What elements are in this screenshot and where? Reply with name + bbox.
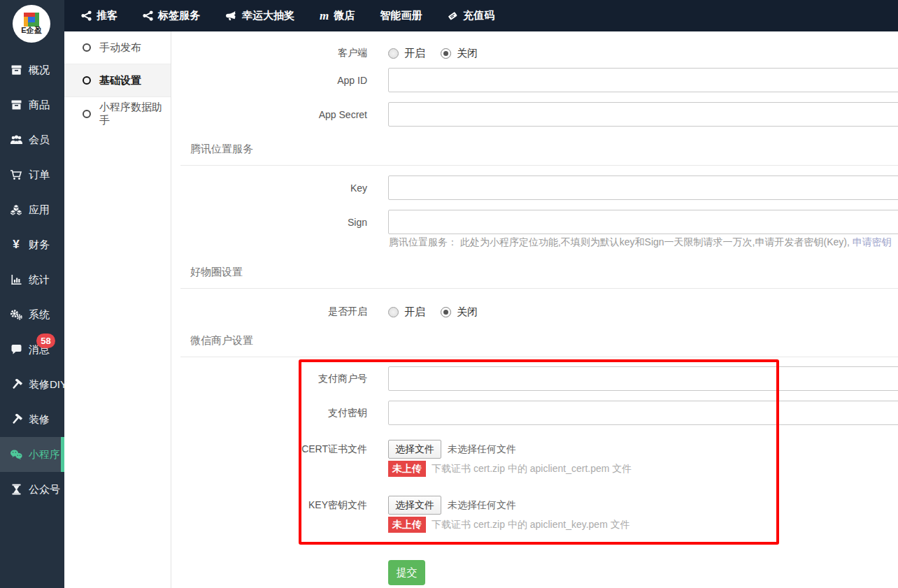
pay-merchant-label: 支付商户号 bbox=[172, 373, 367, 385]
sidebar-item-label: 概况 bbox=[29, 64, 50, 77]
apply-key-link[interactable]: 申请密钥 bbox=[853, 236, 892, 248]
client-radio-off[interactable]: 关闭 bbox=[441, 47, 478, 60]
cert-file-no-file-text: 未选择任何文件 bbox=[448, 443, 516, 456]
sidebar-item-stats[interactable]: 统计 bbox=[0, 262, 64, 297]
topbar-item-lucky-draw[interactable]: 幸运大抽奖 bbox=[225, 9, 294, 22]
sidebar-item-label: 装修 bbox=[29, 413, 50, 426]
submenu-item-label: 手动发布 bbox=[99, 41, 141, 55]
brand-name: E企盈 bbox=[21, 25, 41, 36]
bullhorn-icon bbox=[225, 10, 237, 21]
message-bubble-icon bbox=[10, 344, 22, 355]
sidebar-item-miniprogram[interactable]: 小程序 bbox=[0, 437, 64, 472]
haowu-switch-label: 是否开启 bbox=[172, 306, 367, 318]
radio-label: 开启 bbox=[404, 306, 425, 319]
section-tencent-location: 腾讯位置服务 bbox=[180, 143, 898, 166]
radio-checked-icon[interactable] bbox=[441, 48, 451, 59]
cert-not-uploaded-badge: 未上传 bbox=[388, 461, 426, 477]
radio-checked-icon[interactable] bbox=[441, 307, 451, 317]
submenu-item-label: 基础设置 bbox=[99, 74, 141, 87]
key-not-uploaded-badge: 未上传 bbox=[388, 517, 426, 533]
hammer-icon bbox=[10, 414, 22, 425]
app-id-label: App ID bbox=[172, 75, 367, 86]
sidebar-item-members[interactable]: 会员 bbox=[0, 122, 64, 157]
key-download-hint[interactable]: 下载证书 cert.zip 中的 apiclient_key.pem 文件 bbox=[432, 519, 630, 531]
topbar-item-label: 推客 bbox=[97, 9, 117, 22]
key-file-choose-button[interactable]: 选择文件 bbox=[388, 496, 441, 515]
app-id-input[interactable] bbox=[388, 68, 898, 92]
client-radio-on[interactable]: 开启 bbox=[388, 47, 425, 60]
cert-file-choose-button[interactable]: 选择文件 bbox=[388, 440, 441, 459]
key-file-label: KEY密钥文件 bbox=[172, 499, 367, 512]
letter-m-icon: m bbox=[320, 10, 329, 22]
messages-count-badge: 58 bbox=[36, 334, 55, 348]
app-secret-input[interactable] bbox=[388, 102, 898, 127]
overview-box-icon bbox=[10, 64, 22, 76]
topbar-item-tag-service[interactable]: 标签服务 bbox=[143, 9, 200, 22]
share-icon bbox=[143, 10, 153, 21]
radio-label: 关闭 bbox=[457, 306, 478, 319]
client-radio-group: 开启 关闭 bbox=[388, 47, 478, 60]
topbar: 推客 标签服务 幸运大抽奖 m 微店 智能画册 充值码 bbox=[64, 0, 898, 31]
key-file-no-file-text: 未选择任何文件 bbox=[448, 499, 516, 512]
haowu-radio-group: 开启 关闭 bbox=[388, 306, 478, 319]
location-hint: 腾讯位置服务： 此处为小程序定位功能,不填则为默认key和Sign一天限制请求一… bbox=[389, 236, 892, 249]
wechat-icon bbox=[10, 449, 23, 460]
share-icon bbox=[81, 10, 92, 21]
sign-input[interactable] bbox=[388, 210, 898, 234]
sidebar-item-messages[interactable]: 消息 58 bbox=[0, 332, 64, 367]
hourglass-icon bbox=[11, 484, 22, 495]
key-input[interactable] bbox=[388, 175, 898, 200]
members-icon bbox=[10, 134, 23, 145]
sidebar-item-label: 会员 bbox=[29, 134, 50, 147]
pay-secret-input[interactable] bbox=[388, 401, 898, 425]
sidebar-item-label: 应用 bbox=[29, 203, 50, 217]
pay-merchant-input[interactable] bbox=[388, 366, 898, 391]
sign-label: Sign bbox=[172, 217, 367, 228]
topbar-item-weidian[interactable]: m 微店 bbox=[320, 9, 355, 22]
topbar-item-smart-album[interactable]: 智能画册 bbox=[380, 9, 422, 22]
haowu-radio-off[interactable]: 关闭 bbox=[441, 306, 478, 319]
cert-download-hint[interactable]: 下载证书 cert.zip 中的 apiclient_cert.pem 文件 bbox=[432, 463, 632, 475]
goods-box-icon bbox=[10, 99, 22, 110]
sidebar-item-apps[interactable]: 应用 bbox=[0, 192, 64, 227]
topbar-item-recharge-code[interactable]: 充值码 bbox=[447, 9, 494, 22]
circle-icon bbox=[83, 43, 91, 52]
haowu-radio-on[interactable]: 开启 bbox=[388, 306, 425, 319]
sidebar-item-goods[interactable]: 商品 bbox=[0, 87, 64, 122]
brand-logo-mark-icon bbox=[24, 13, 39, 27]
sidebar-item-official-account[interactable]: 公众号 bbox=[0, 472, 64, 507]
sidebar-item-label: 财务 bbox=[29, 238, 50, 252]
sidebar-item-overview[interactable]: 概况 bbox=[0, 52, 64, 87]
client-label: 客户端 bbox=[172, 47, 367, 59]
submenu-item-label: 小程序数据助手 bbox=[99, 101, 171, 127]
topbar-item-tuike[interactable]: 推客 bbox=[81, 9, 117, 22]
radio-label: 开启 bbox=[404, 47, 425, 60]
topbar-item-label: 幸运大抽奖 bbox=[242, 9, 294, 22]
sidebar-item-decorate-diy[interactable]: 装修DIY bbox=[0, 367, 64, 402]
sidebar-item-label: 商品 bbox=[29, 99, 50, 112]
sidebar-item-orders[interactable]: 订单 bbox=[0, 157, 64, 192]
sidebar-item-decorate[interactable]: 装修 bbox=[0, 402, 64, 437]
submit-button[interactable]: 提交 bbox=[388, 560, 425, 585]
submenu-item-manual-publish[interactable]: 手动发布 bbox=[64, 31, 171, 64]
system-gears-icon bbox=[10, 309, 23, 320]
submenu-item-basic-settings[interactable]: 基础设置 bbox=[64, 64, 171, 97]
submenu: 手动发布 基础设置 小程序数据助手 bbox=[64, 31, 171, 588]
radio-label: 关闭 bbox=[457, 47, 478, 60]
main-content: 客户端 开启 关闭 App ID App Secret 腾讯位置服务 Key S… bbox=[172, 31, 898, 588]
sidebar-item-label: 统计 bbox=[29, 273, 50, 287]
stats-chart-icon bbox=[10, 274, 22, 285]
topbar-item-label: 微店 bbox=[334, 9, 355, 22]
sidebar-item-system[interactable]: 系统 bbox=[0, 297, 64, 332]
circle-icon bbox=[83, 76, 91, 85]
brand-logo[interactable]: E企盈 bbox=[13, 5, 50, 43]
key-label: Key bbox=[172, 182, 367, 194]
cert-file-label: CERT证书文件 bbox=[172, 443, 367, 456]
radio-unchecked-icon[interactable] bbox=[388, 48, 399, 59]
sidebar-item-label: 订单 bbox=[29, 168, 50, 182]
radio-unchecked-icon[interactable] bbox=[388, 307, 399, 317]
app-window: 推客 标签服务 幸运大抽奖 m 微店 智能画册 充值码 bbox=[0, 0, 898, 588]
sidebar-item-finance[interactable]: ¥ 财务 bbox=[0, 227, 64, 262]
submenu-item-data-assistant[interactable]: 小程序数据助手 bbox=[64, 97, 171, 130]
app-secret-label: App Secret bbox=[172, 109, 367, 120]
